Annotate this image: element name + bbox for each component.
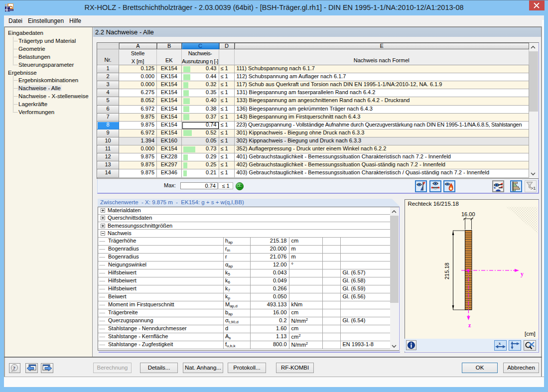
svg-text:?: ?: [13, 365, 16, 371]
svg-text:[cm]: [cm]: [525, 331, 536, 337]
svg-text:16.00: 16.00: [461, 211, 475, 217]
svg-text:y: y: [521, 270, 524, 277]
svg-text:2: 2: [5, 3, 7, 6]
svg-text:215.18: 215.18: [444, 262, 450, 279]
svg-text:x: x: [499, 341, 501, 346]
svg-text:z: z: [468, 322, 471, 329]
svg-text:>1: >1: [531, 186, 536, 191]
